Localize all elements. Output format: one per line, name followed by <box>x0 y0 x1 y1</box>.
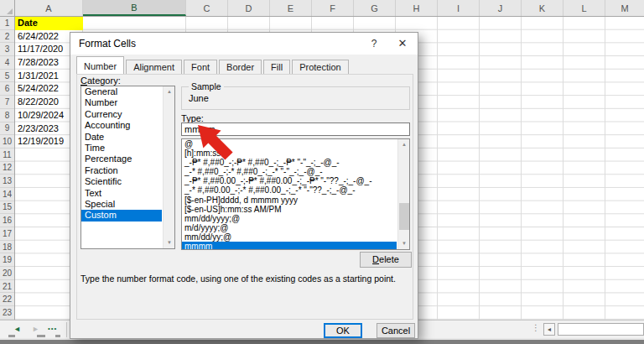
scroll-down-icon[interactable]: ▼ <box>164 237 175 248</box>
dialog-tab[interactable]: Fill <box>263 60 290 74</box>
gridline <box>563 17 564 320</box>
column-header[interactable]: I <box>438 0 480 16</box>
delete-button[interactable]: Delete <box>360 252 412 268</box>
category-scrollbar[interactable]: ▲ ▼ <box>163 86 174 248</box>
dialog-title: Format Cells <box>79 38 136 50</box>
format-code-item[interactable]: mm/dd/yy;@ <box>182 232 397 242</box>
row-header[interactable]: 22 <box>0 293 14 306</box>
hscroll-left-button[interactable]: ◂ <box>543 323 555 336</box>
category-item[interactable]: Date <box>81 132 162 143</box>
category-item[interactable]: Number <box>81 97 162 108</box>
category-item[interactable]: Custom <box>81 210 162 221</box>
category-item[interactable]: Text <box>81 188 162 199</box>
dialog-tab[interactable]: Number <box>76 56 124 74</box>
category-listbox[interactable]: ▲ ▼ GeneralNumberCurrencyAccountingDateT… <box>80 86 175 249</box>
row-header[interactable]: 15 <box>0 201 14 215</box>
column-header[interactable]: B <box>83 0 186 16</box>
dialog-tab[interactable]: Protection <box>292 60 349 74</box>
hscroll-thumb[interactable] <box>558 323 644 336</box>
row-header[interactable]: 2 <box>0 30 14 44</box>
row-header[interactable]: 7 <box>0 96 14 109</box>
row-header[interactable]: 23 <box>0 306 14 320</box>
format-code-item[interactable]: _-* #,##0.00_-;-* #,##0.00_-;_-* "-"??_-… <box>182 185 397 195</box>
category-item[interactable]: Special <box>81 199 162 210</box>
taskbar-fragment <box>37 335 45 337</box>
category-item[interactable]: Accounting <box>81 120 162 131</box>
column-headers: ABCDEFGHIJKLM <box>15 0 644 17</box>
gridline <box>605 17 605 320</box>
row-header[interactable]: 12 <box>0 162 14 175</box>
column-header[interactable]: K <box>522 0 564 16</box>
format-code-item[interactable]: mm/dd/yyyy;@ <box>182 214 397 223</box>
dialog-tab[interactable]: Border <box>219 60 262 74</box>
dialog-tab[interactable]: Font <box>184 60 217 74</box>
row-header[interactable]: 8 <box>0 109 14 122</box>
row-header[interactable]: 11 <box>0 149 14 162</box>
row-header[interactable]: 21 <box>0 280 14 294</box>
row-header[interactable]: 16 <box>0 214 14 227</box>
column-header[interactable]: A <box>15 0 83 16</box>
row-headers: 1234567891011121314151617181920212223 <box>0 17 15 320</box>
select-all-corner[interactable] <box>0 0 15 17</box>
column-header[interactable]: M <box>605 0 644 16</box>
row-header[interactable]: 18 <box>0 241 14 254</box>
format-codes-scrollbar[interactable]: ▲ ▼ <box>397 139 409 249</box>
format-code-item[interactable]: m/d/yyyy;@ <box>182 223 397 232</box>
category-item[interactable]: Currency <box>81 109 162 120</box>
dialog-tab[interactable]: Alignment <box>126 60 182 74</box>
category-label: Category: <box>80 76 121 86</box>
sheet-next-icon[interactable]: ► <box>32 325 39 333</box>
scrollbar-divider-dots[interactable]: ⋮ <box>532 323 540 332</box>
sample-groupbox: Sample June <box>181 86 410 110</box>
scroll-up-icon[interactable]: ▲ <box>164 86 175 97</box>
format-code-item[interactable]: _-₱* #,##0.00_-;-₱* #,##0.00_-;_-₱* "-"?… <box>182 176 397 185</box>
column-header[interactable]: J <box>480 0 522 16</box>
dialog-description: Type the number format code, using one o… <box>80 274 413 284</box>
format-code-item[interactable]: [$-en-PH]dddd, d mmmm yyyy <box>182 195 397 205</box>
sample-label: Sample <box>189 81 224 91</box>
row-header[interactable]: 20 <box>0 267 14 280</box>
bottom-bar <box>0 340 644 344</box>
column-header[interactable]: L <box>564 0 605 16</box>
row-header[interactable]: 19 <box>0 253 14 267</box>
gridline <box>479 17 480 320</box>
taskbar-fragment <box>8 335 15 337</box>
ok-button[interactable]: OK <box>324 323 362 338</box>
column-header[interactable]: H <box>396 0 438 16</box>
column-header[interactable]: F <box>312 0 354 16</box>
scrollbar-thumb[interactable] <box>399 203 409 230</box>
gridline <box>437 17 438 320</box>
row-header[interactable]: 6 <box>0 82 14 96</box>
row-header[interactable]: 17 <box>0 227 14 241</box>
gridline <box>521 17 522 320</box>
sheet-prev-icon[interactable]: ◄ <box>13 325 21 333</box>
help-icon[interactable]: ? <box>366 36 382 51</box>
sheet-more-icon[interactable]: ••• <box>48 325 57 332</box>
row-header[interactable]: 5 <box>0 70 14 83</box>
red-arrow-annotation <box>188 117 242 170</box>
category-item[interactable]: Scientific <box>81 176 162 187</box>
category-item[interactable]: General <box>81 86 162 97</box>
category-item[interactable]: Fraction <box>81 165 162 176</box>
category-item[interactable]: Time <box>81 143 162 154</box>
row-header[interactable]: 3 <box>0 43 14 56</box>
column-header[interactable]: E <box>270 0 312 16</box>
column-header[interactable]: C <box>186 0 228 16</box>
row-header[interactable]: 14 <box>0 188 14 201</box>
category-item[interactable]: Percentage <box>81 154 162 164</box>
row-header[interactable]: 4 <box>0 56 14 70</box>
format-code-item[interactable]: mmmm <box>182 242 397 250</box>
cell-a1-date-header[interactable]: Date <box>15 17 83 30</box>
row-header[interactable]: 1 <box>0 17 14 30</box>
close-icon[interactable]: ✕ <box>394 36 411 51</box>
cancel-button[interactable]: Cancel <box>377 323 415 338</box>
row-header[interactable]: 9 <box>0 122 14 136</box>
row-header[interactable]: 10 <box>0 135 14 149</box>
column-header[interactable]: G <box>354 0 396 16</box>
row-header[interactable]: 13 <box>0 175 14 188</box>
format-code-item[interactable]: [$-en-US]h:mm:ss AM/PM <box>182 205 397 214</box>
scroll-up-icon[interactable]: ▲ <box>398 139 410 150</box>
column-header[interactable]: D <box>228 0 270 16</box>
scroll-down-icon[interactable]: ▼ <box>398 238 410 249</box>
tab-strip-divider <box>66 322 67 337</box>
